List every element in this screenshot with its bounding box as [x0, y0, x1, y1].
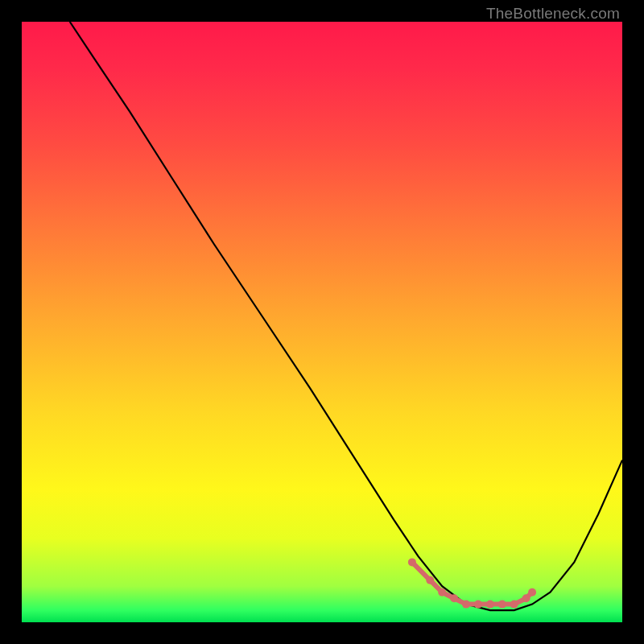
marker-dot: [474, 601, 482, 609]
curve-layer: [22, 22, 622, 622]
marker-dot: [498, 601, 506, 609]
marker-dot: [528, 588, 536, 597]
marker-dot: [462, 601, 470, 609]
marker-dot: [510, 601, 518, 609]
marker-dot: [450, 594, 458, 602]
marker-dot: [426, 576, 434, 584]
bottleneck-range-markers: [408, 558, 536, 608]
chart-container: TheBottleneck.com: [0, 0, 644, 644]
marker-dot: [438, 588, 446, 597]
plot-area: [22, 22, 622, 622]
marker-dot: [486, 601, 494, 609]
marker-dot: [408, 558, 416, 566]
marker-dot: [522, 594, 530, 602]
curve-path: [70, 22, 622, 610]
bottleneck-curve: [70, 22, 622, 610]
watermark-text: TheBottleneck.com: [486, 5, 620, 23]
